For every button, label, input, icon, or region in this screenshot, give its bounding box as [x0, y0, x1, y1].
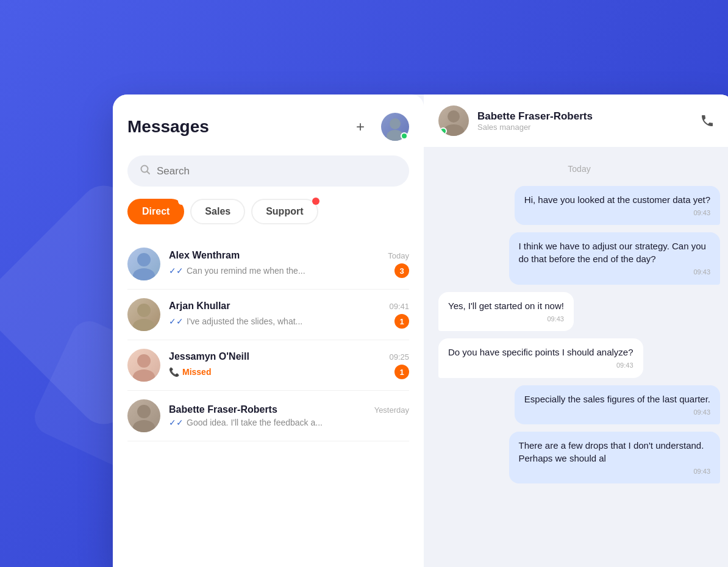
search-icon: [140, 164, 151, 178]
tab-support[interactable]: Support: [251, 199, 318, 224]
call-button[interactable]: [694, 108, 720, 134]
header-actions: +: [349, 113, 409, 141]
unread-badge: 1: [394, 365, 409, 379]
message-text: I think we have to adjust our strategy. …: [519, 240, 711, 265]
svg-point-12: [448, 110, 460, 123]
chat-contact-info: Babette Fraser-Roberts Sales manager: [477, 110, 593, 132]
search-bar[interactable]: [127, 155, 409, 187]
message-text: Do you have specific points I should ana…: [448, 346, 633, 358]
tab-direct-label: Direct: [142, 206, 170, 216]
chat-contact: Babette Fraser-Roberts Sales manager: [438, 105, 593, 136]
message-time: Yesterday: [374, 405, 409, 415]
tab-support-label: Support: [266, 206, 303, 216]
chat-contact-role: Sales manager: [477, 123, 593, 132]
unread-badge: 1: [394, 314, 409, 329]
message-time: Today: [388, 251, 409, 260]
online-status-dot: [401, 132, 408, 140]
message-text: Yes, I'll get started on it now!: [448, 299, 564, 312]
message-bubble: Hi, have you looked at the customer data…: [515, 186, 720, 225]
missed-call-icon: 📞: [169, 367, 179, 377]
conversation-info: Alex Wenthram Today ✓✓ Can you remind me…: [169, 250, 409, 278]
phone-icon: [700, 113, 715, 128]
conversation-info: Arjan Khullar 09:41 ✓✓ I've adjusted the…: [169, 301, 409, 329]
chat-header: Babette Fraser-Roberts Sales manager: [424, 94, 728, 147]
message-time: 09:41: [389, 302, 409, 311]
svg-point-5: [133, 268, 155, 280]
contact-name: Alex Wenthram: [169, 250, 240, 261]
unread-badge: 3: [394, 263, 409, 278]
list-item[interactable]: Jessamyn O'Neill 09:25 📞 Missed 1: [127, 340, 409, 391]
contact-name: Arjan Khullar: [169, 301, 230, 312]
chat-contact-avatar: [438, 105, 469, 136]
current-user-avatar[interactable]: [381, 113, 409, 141]
tab-sales-label: Sales: [205, 206, 230, 216]
message-bubble: I think we have to adjust our strategy. …: [509, 232, 721, 284]
chat-panel: Babette Fraser-Roberts Sales manager Tod…: [424, 94, 728, 567]
svg-point-9: [133, 369, 155, 382]
message-text: Hi, have you looked at the customer data…: [524, 193, 710, 206]
conversation-info: Babette Fraser-Roberts Yesterday ✓✓ Good…: [169, 404, 409, 427]
tabs-container: Direct Sales Support: [127, 199, 409, 224]
check-icon: ✓✓: [169, 316, 184, 326]
avatar: [127, 399, 160, 432]
message-bubble: Especially the sales figures of the last…: [515, 385, 720, 424]
avatar: [127, 349, 160, 382]
svg-line-3: [148, 172, 150, 174]
messages-panel: Messages +: [113, 94, 424, 567]
chat-messages: Today Hi, have you looked at the custome…: [424, 147, 728, 567]
message-time: 09:43: [519, 268, 711, 277]
page-title: Messages: [127, 117, 209, 137]
list-item[interactable]: Babette Fraser-Roberts Yesterday ✓✓ Good…: [127, 391, 409, 441]
messages-header: Messages +: [127, 113, 409, 141]
svg-point-4: [137, 253, 151, 266]
conversation-list: Alex Wenthram Today ✓✓ Can you remind me…: [127, 239, 409, 567]
list-item[interactable]: Arjan Khullar 09:41 ✓✓ I've adjusted the…: [127, 290, 409, 340]
tab-support-badge: [312, 198, 319, 205]
message-time: 09:43: [448, 315, 564, 324]
chat-online-dot: [440, 127, 447, 135]
contact-name: Babette Fraser-Roberts: [169, 404, 277, 415]
svg-point-0: [390, 118, 401, 129]
avatar: [127, 248, 160, 280]
conversation-info: Jessamyn O'Neill 09:25 📞 Missed 1: [169, 351, 409, 379]
tab-sales[interactable]: Sales: [190, 199, 245, 224]
message-time: 09:25: [389, 352, 409, 362]
check-icon: ✓✓: [169, 266, 184, 276]
message-time: 09:43: [524, 408, 710, 417]
chat-contact-name: Babette Fraser-Roberts: [477, 110, 593, 123]
message-bubble: There are a few drops that I don't under…: [509, 432, 721, 483]
message-time: 09:43: [524, 209, 710, 218]
message-text: Especially the sales figures of the last…: [524, 393, 710, 405]
check-icon: ✓✓: [169, 418, 184, 427]
svg-point-8: [137, 354, 151, 368]
svg-point-11: [133, 420, 155, 432]
message-preview: 📞 Missed: [169, 367, 211, 377]
tab-direct[interactable]: Direct: [127, 199, 184, 224]
avatar: [127, 298, 160, 331]
message-bubble: Yes, I'll get started on it now! 09:43: [438, 292, 574, 331]
list-item[interactable]: Alex Wenthram Today ✓✓ Can you remind me…: [127, 239, 409, 290]
svg-point-6: [137, 304, 151, 317]
message-text: There are a few drops that I don't under…: [519, 439, 711, 465]
search-input[interactable]: [157, 165, 397, 177]
contact-name: Jessamyn O'Neill: [169, 351, 249, 362]
new-message-button[interactable]: +: [349, 116, 371, 138]
tab-direct-badge: [178, 198, 185, 205]
svg-point-7: [133, 319, 155, 331]
date-divider: Today: [438, 164, 720, 174]
message-bubble: Do you have specific points I should ana…: [438, 338, 643, 377]
message-preview: ✓✓ I've adjusted the slides, what...: [169, 316, 302, 326]
message-time: 09:43: [519, 467, 711, 476]
svg-point-10: [137, 405, 151, 418]
message-time: 09:43: [448, 361, 633, 370]
message-preview: ✓✓ Good idea. I'll take the feedback a..…: [169, 418, 323, 427]
main-container: Messages +: [113, 94, 728, 567]
message-preview: ✓✓ Can you remind me when the...: [169, 266, 305, 276]
